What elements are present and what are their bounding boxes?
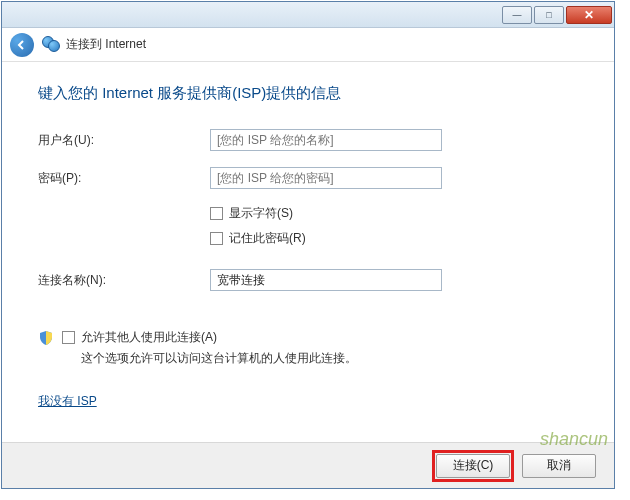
- allow-others-note: 这个选项允许可以访问这台计算机的人使用此连接。: [81, 350, 357, 367]
- password-row: 密码(P):: [38, 167, 578, 189]
- allow-others-checkbox[interactable]: [62, 331, 75, 344]
- titlebar: — □ ✕: [2, 2, 614, 28]
- password-label: 密码(P):: [38, 170, 210, 187]
- conn-name-input[interactable]: [210, 269, 442, 291]
- remember-label: 记住此密码(R): [229, 230, 306, 247]
- back-arrow-icon: [16, 39, 28, 51]
- allow-others-body: 允许其他人使用此连接(A) 这个选项允许可以访问这台计算机的人使用此连接。: [62, 329, 357, 367]
- back-button[interactable]: [10, 33, 34, 57]
- password-input[interactable]: [210, 167, 442, 189]
- show-chars-checkbox[interactable]: [210, 207, 223, 220]
- header: 连接到 Internet: [2, 28, 614, 62]
- conn-name-label: 连接名称(N):: [38, 272, 210, 289]
- allow-others-row: 允许其他人使用此连接(A) 这个选项允许可以访问这台计算机的人使用此连接。: [38, 329, 578, 367]
- show-chars-row: 显示字符(S): [210, 205, 578, 222]
- page-heading: 键入您的 Internet 服务提供商(ISP)提供的信息: [38, 84, 578, 103]
- username-input[interactable]: [210, 129, 442, 151]
- username-row: 用户名(U):: [38, 129, 578, 151]
- show-chars-label: 显示字符(S): [229, 205, 293, 222]
- no-isp-link[interactable]: 我没有 ISP: [38, 393, 97, 410]
- cancel-button[interactable]: 取消: [522, 454, 596, 478]
- footer: 连接(C) 取消: [2, 442, 614, 488]
- shield-icon: [38, 330, 54, 346]
- username-label: 用户名(U):: [38, 132, 210, 149]
- allow-others-chkrow: 允许其他人使用此连接(A): [62, 329, 357, 346]
- allow-others-label: 允许其他人使用此连接(A): [81, 329, 217, 346]
- connect-highlight: 连接(C): [434, 452, 512, 480]
- header-title: 连接到 Internet: [66, 36, 146, 53]
- connect-button[interactable]: 连接(C): [436, 454, 510, 478]
- minimize-button[interactable]: —: [502, 6, 532, 24]
- remember-checkbox[interactable]: [210, 232, 223, 245]
- content: 键入您的 Internet 服务提供商(ISP)提供的信息 用户名(U): 密码…: [2, 62, 614, 410]
- internet-icon: [42, 36, 60, 54]
- wizard-window: — □ ✕ 连接到 Internet 键入您的 Internet 服务提供商(I…: [1, 1, 615, 489]
- maximize-button[interactable]: □: [534, 6, 564, 24]
- remember-row: 记住此密码(R): [210, 230, 578, 247]
- close-button[interactable]: ✕: [566, 6, 612, 24]
- conn-name-row: 连接名称(N):: [38, 269, 578, 291]
